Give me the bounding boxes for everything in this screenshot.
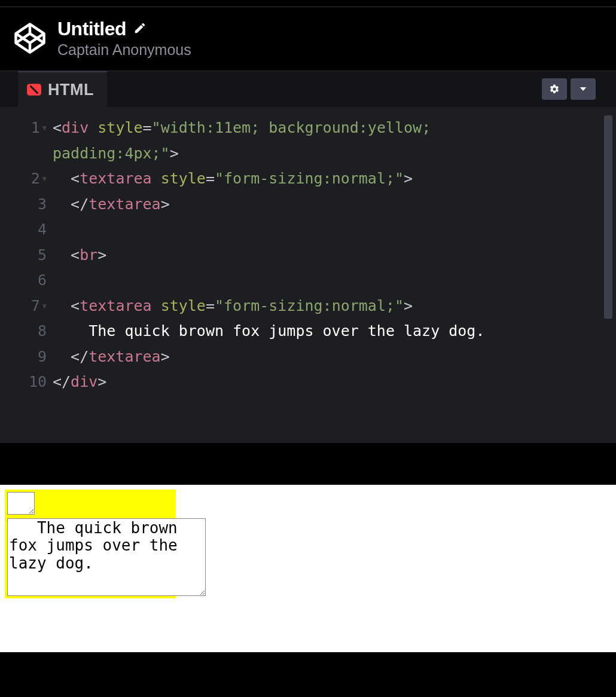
preview-container — [5, 490, 176, 598]
pen-author[interactable]: Captain Anonymous — [57, 41, 191, 59]
pen-title[interactable]: Untitled — [57, 18, 126, 40]
line-number: 8 — [38, 319, 47, 344]
line-number: 10 — [29, 369, 47, 395]
code-editor[interactable]: 1▼ <div style="width:11em; background:ye… — [0, 107, 616, 443]
line-number: 7 — [31, 294, 40, 319]
tab-bar: HTML — [0, 71, 616, 107]
line-number: 2 — [31, 166, 40, 192]
fold-icon[interactable]: ▼ — [42, 122, 47, 134]
line-number: 6 — [38, 268, 47, 294]
codepen-logo[interactable] — [13, 22, 47, 55]
line-number: 3 — [38, 192, 47, 218]
fold-icon[interactable]: ▼ — [42, 300, 47, 312]
header: Untitled Captain Anonymous — [0, 7, 616, 71]
chevron-down-icon — [578, 84, 588, 94]
tab-html[interactable]: HTML — [18, 71, 107, 107]
line-number: 9 — [38, 344, 47, 370]
scrollbar[interactable] — [604, 115, 612, 319]
line-number: 4 — [38, 217, 47, 243]
gear-icon — [549, 84, 560, 94]
preview-textarea-1[interactable] — [7, 492, 35, 515]
html-icon — [26, 82, 42, 97]
edit-title-icon[interactable] — [133, 22, 147, 37]
preview-pane — [0, 485, 616, 652]
pane-divider[interactable] — [0, 443, 616, 485]
line-number: 5 — [38, 243, 47, 268]
window-strip — [0, 0, 616, 7]
editor-area: HTML 1▼ <div style="width:11em; backgrou… — [0, 71, 616, 443]
editor-settings-button[interactable] — [542, 78, 567, 100]
fold-icon[interactable]: ▼ — [42, 173, 47, 185]
preview-textarea-2[interactable] — [7, 518, 206, 596]
tab-label: HTML — [48, 81, 94, 99]
line-number: 1 — [31, 115, 40, 141]
editor-dropdown-button[interactable] — [571, 78, 596, 100]
